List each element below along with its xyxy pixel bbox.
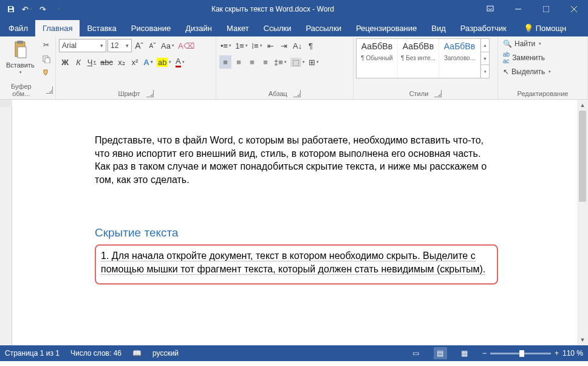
styles-more[interactable]: ▾ [481, 65, 489, 78]
zoom-level[interactable]: 110 % [562, 349, 583, 357]
svg-rect-4 [543, 6, 549, 12]
read-mode-icon[interactable]: ▭ [409, 347, 423, 359]
status-words[interactable]: Число слов: 46 [70, 349, 121, 357]
print-layout-icon[interactable]: ▤ [434, 347, 447, 359]
justify-button[interactable]: ≡ [259, 55, 272, 69]
style-no-spacing[interactable]: АаБбВв¶ Без инте... [398, 39, 439, 78]
grow-font-button[interactable]: Aˆ [133, 39, 145, 52]
paste-button[interactable]: Вставить ▾ [2, 38, 38, 76]
sort-button[interactable]: A↓ [292, 39, 304, 52]
zoom-slider[interactable] [490, 353, 551, 354]
tab-developer[interactable]: Разработчик [453, 20, 514, 36]
tab-review[interactable]: Рецензирование [349, 20, 424, 36]
borders-button[interactable]: ⊞▾ [307, 55, 320, 69]
svg-rect-11 [45, 58, 50, 63]
increase-indent-button[interactable]: ⇥ [278, 39, 290, 52]
tab-layout[interactable]: Макет [219, 20, 256, 36]
status-proofing-icon[interactable]: 📖 [132, 349, 142, 357]
paragraph-1[interactable]: Представьте, что в файл Word, с которым … [95, 134, 498, 186]
multilevel-button[interactable]: ⁞≡▾ [250, 39, 264, 52]
web-layout-icon[interactable]: ▦ [458, 347, 471, 359]
maximize-icon[interactable] [532, 0, 560, 18]
bold-button[interactable]: Ж [59, 55, 71, 69]
style-heading1[interactable]: АаБбВвЗаголово... [439, 39, 480, 78]
tab-file[interactable]: Файл [1, 20, 35, 36]
paste-icon [12, 40, 29, 60]
align-right-button[interactable]: ≡ [246, 55, 258, 69]
tell-me-search[interactable]: 💡Помощн [518, 20, 573, 36]
clipboard-group-label: Буфер обм... [2, 83, 40, 97]
bullets-button[interactable]: •≡▾ [219, 39, 233, 52]
tab-mailings[interactable]: Рассылки [299, 20, 349, 36]
styles-group-label: Стили [409, 90, 429, 97]
cut-icon[interactable]: ✂ [39, 38, 53, 52]
status-page[interactable]: Страница 1 из 1 [5, 349, 60, 357]
scroll-up-icon[interactable]: ▲ [577, 100, 588, 111]
save-icon[interactable] [4, 2, 18, 16]
ruler-corner [0, 100, 12, 107]
format-painter-icon[interactable] [39, 66, 53, 80]
align-left-button[interactable]: ≡ [219, 55, 231, 69]
styles-scroll-up[interactable]: ▲ [481, 39, 489, 52]
vertical-ruler[interactable] [0, 100, 12, 345]
replace-button[interactable]: abacЗаменить [501, 50, 547, 66]
svg-rect-9 [18, 47, 26, 58]
align-center-button[interactable]: ≡ [233, 55, 245, 69]
find-button[interactable]: 🔍Найти▾ [501, 38, 544, 49]
paragraph-launcher[interactable] [293, 90, 301, 97]
font-group-label: Шрифт [118, 90, 140, 97]
font-name-combo[interactable]: Arial▾ [59, 39, 106, 52]
paragraph-2[interactable]: 1. Для начала откройте документ, текст в… [101, 249, 492, 275]
shrink-font-button[interactable]: Aˇ [146, 39, 159, 52]
editing-group-label: Редактирование [518, 90, 569, 97]
shading-button[interactable]: ⬚▾ [289, 55, 306, 69]
document-area[interactable]: Представьте, что в файл Word, с которым … [0, 100, 588, 345]
selected-text-box: 1. Для начала откройте документ, текст в… [95, 244, 498, 284]
svg-rect-2 [487, 6, 493, 11]
scroll-thumb[interactable] [579, 111, 586, 202]
scroll-down-icon[interactable]: ▼ [577, 334, 588, 345]
select-button[interactable]: ↖Выделить▾ [501, 66, 553, 77]
svg-rect-1 [9, 10, 13, 12]
font-launcher[interactable] [146, 90, 154, 97]
tab-view[interactable]: Вид [424, 20, 453, 36]
copy-icon[interactable] [39, 52, 53, 66]
clear-format-icon[interactable]: A⌫ [177, 39, 196, 52]
font-color-button[interactable]: A▾ [174, 55, 186, 69]
tab-insert[interactable]: Вставка [80, 20, 123, 36]
heading-1[interactable]: Скрытие текста [95, 226, 498, 240]
superscript-button[interactable]: x² [129, 55, 141, 69]
italic-button[interactable]: К [72, 55, 84, 69]
window-title: Как скрыть текст в Word.docx - Word [69, 5, 476, 13]
font-size-combo[interactable]: 12▾ [108, 39, 132, 52]
close-icon[interactable] [560, 0, 588, 18]
undo-icon[interactable]: ↶▾ [19, 2, 34, 16]
subscript-button[interactable]: x₂ [115, 55, 128, 69]
strike-button[interactable]: abc [99, 55, 114, 69]
style-normal[interactable]: АаБбВв¶ Обычный [357, 39, 398, 78]
highlight-button[interactable]: ab▾ [156, 55, 173, 69]
svg-rect-0 [9, 7, 12, 9]
status-language[interactable]: русский [152, 349, 179, 357]
ribbon-options-icon[interactable] [476, 0, 504, 18]
qat-customize-icon[interactable]: ▾ [51, 2, 66, 16]
redo-icon[interactable]: ↷ [35, 2, 50, 16]
zoom-in-button[interactable]: + [555, 349, 559, 357]
show-marks-button[interactable]: ¶ [305, 39, 317, 52]
vertical-scrollbar[interactable]: ▲ ▼ [577, 100, 588, 345]
clipboard-launcher[interactable] [46, 86, 53, 94]
tab-design[interactable]: Дизайн [178, 20, 219, 36]
styles-scroll-down[interactable]: ▼ [481, 52, 489, 66]
underline-button[interactable]: Ч▾ [86, 55, 98, 69]
numbering-button[interactable]: 1≡▾ [234, 39, 249, 52]
zoom-out-button[interactable]: − [482, 349, 487, 357]
change-case-button[interactable]: Aa▾ [160, 39, 176, 52]
line-spacing-button[interactable]: ‡≡▾ [273, 55, 288, 69]
tab-home[interactable]: Главная [35, 20, 80, 36]
minimize-icon[interactable] [504, 0, 532, 18]
decrease-indent-button[interactable]: ⇤ [265, 39, 277, 52]
text-effects-button[interactable]: A▾ [142, 55, 154, 69]
tab-draw[interactable]: Рисование [124, 20, 178, 36]
styles-launcher[interactable] [434, 90, 442, 97]
tab-references[interactable]: Ссылки [256, 20, 299, 36]
